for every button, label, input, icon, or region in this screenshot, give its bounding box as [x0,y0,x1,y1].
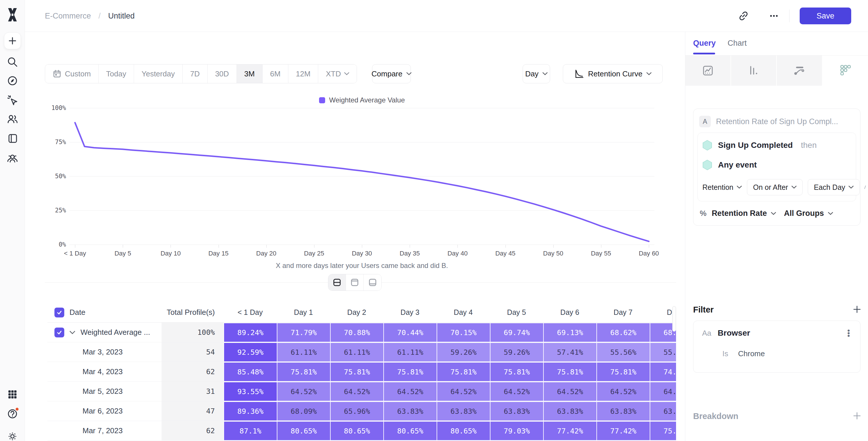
more-options-button[interactable] [766,8,782,24]
range-12m[interactable]: 12M [288,65,318,83]
retention-grid-icon [838,64,852,77]
range-xtd[interactable]: XTD [318,65,357,83]
event-a-name[interactable]: Sign Up Completed [718,140,793,150]
retention-cell: 64.52% [330,382,383,401]
retention-table: DateTotal Profile(s)< 1 DayDay 1Day 2Day… [48,303,676,441]
line-chart-icon [702,64,714,77]
check-icon [57,329,62,335]
search-icon[interactable] [7,56,18,68]
retention-cell: 70.44% [383,323,437,342]
query-definition-card: A Retention Rate of Sign Up Compl... Sig… [693,108,861,226]
layout-chart-and-table-button[interactable] [328,274,346,290]
view-layout-toggle [328,274,381,291]
tab-line-chart[interactable] [685,56,731,86]
notebook-icon[interactable] [7,132,18,144]
apps-grid-icon[interactable] [7,389,18,400]
row-checkbox[interactable] [55,308,64,317]
chart-type-dropdown[interactable]: Retention Curve [563,64,663,83]
on-or-after-dropdown[interactable]: On or After [747,179,803,195]
compare-button[interactable]: Compare [372,64,411,83]
range-label: 7D [190,69,200,78]
y-axis-label: 75% [34,138,66,146]
event-then-label: then [801,140,817,150]
tab-chart[interactable]: Chart [727,39,747,48]
table-row: Mar 3, 20235492.59%61.11%61.11%61.11%59.… [48,342,676,362]
range-6m[interactable]: 6M [262,65,288,83]
event-hexagon-icon [703,159,712,170]
range-30d[interactable]: 30D [208,65,237,83]
kebab-menu-icon[interactable]: ••• [846,329,851,337]
range-7d[interactable]: 7D [183,65,208,83]
measure-dropdown[interactable]: Retention Rate [712,209,767,218]
tab-retention-grid[interactable] [823,56,868,86]
ellipsis-icon [769,11,779,21]
event-row-return[interactable]: Any event [703,159,851,170]
range-label: 12M [296,69,311,78]
left-sidebar [0,0,25,441]
add-filter-button[interactable] [852,305,861,314]
retention-mode-dropdown[interactable]: Retention [703,183,742,192]
cohort-icon[interactable] [7,153,18,164]
breadcrumb-current[interactable]: Untitled [108,11,135,21]
expand-chevron-icon[interactable] [69,331,75,334]
range-custom[interactable]: Custom [45,65,99,83]
range-today[interactable]: Today [99,65,134,83]
table-row: Mar 7, 20236287.1%80.65%80.65%80.65%80.6… [48,421,676,441]
help-button[interactable] [7,408,18,419]
x-axis-label: Day 40 [447,250,468,257]
layout-chart-only-button[interactable] [346,274,364,290]
breadcrumb-parent[interactable]: E-Commerce [45,11,91,21]
query-title-input[interactable]: Retention Rate of Sign Up Compl... [716,117,838,126]
table-scrollbar-thumb[interactable] [672,306,676,332]
event-b-name[interactable]: Any event [718,160,757,169]
retention-cell: 75.81% [543,362,596,381]
retention-cell: 61.11% [330,342,383,362]
chevron-down-icon [737,186,742,189]
range-label: 6M [270,69,281,78]
chart-type-tabs [685,56,868,86]
granularity-dropdown[interactable]: Day [523,64,550,83]
tab-query[interactable]: Query [693,39,716,48]
save-button[interactable]: Save [800,7,851,24]
retention-cell: 87.1% [223,421,277,440]
app-logo-icon[interactable] [6,7,19,22]
breakdown-heading: Breakdown [693,411,738,421]
retention-cell: 71.79% [277,323,330,342]
tab-flow-chart[interactable] [777,56,823,86]
range-label: Yesterday [142,69,175,78]
filter-card[interactable]: Aa Browser ••• Is Chrome [693,321,861,373]
range-yesterday[interactable]: Yesterday [134,65,183,83]
table-row: Mar 5, 20233193.55%64.52%64.52%64.52%64.… [48,382,676,401]
row-checkbox[interactable] [55,327,64,338]
percent-icon: % [700,209,707,218]
copy-link-button[interactable] [736,8,751,24]
retention-cell: 64.52% [277,382,330,401]
layout-table-only-button[interactable] [364,274,381,290]
add-breakdown-button[interactable] [852,411,861,420]
filter-operator[interactable]: Is [722,349,728,358]
x-axis-label: Day 15 [209,250,229,257]
retention-line-series [75,107,649,247]
retention-cell: 92.59% [223,342,277,362]
event-row-first[interactable]: Sign Up Completed then [703,140,851,151]
each-day-dropdown[interactable]: Each Day [808,179,860,195]
total-profiles-cell: 47 [161,401,223,421]
new-report-button[interactable] [4,32,21,49]
day-column-header: Day 7 [596,303,650,322]
row-date: Mar 3, 2023 [83,348,123,356]
day-column-header: Day 4 [437,303,490,322]
filter-property[interactable]: Browser [718,328,750,338]
filter-value[interactable]: Chrome [738,349,765,358]
retention-cell: 63.83% [383,401,437,421]
magic-cursor-icon[interactable] [7,94,18,106]
table-only-icon [368,278,377,287]
range-3m[interactable]: 3M [237,65,262,83]
settings-gear-icon[interactable] [7,431,18,441]
x-axis-label: Day 25 [304,250,324,257]
users-icon[interactable] [7,113,18,125]
compass-icon[interactable] [7,75,18,87]
groups-dropdown[interactable]: All Groups [784,209,824,218]
retention-events-card: Sign Up Completed then Any event Retenti… [698,132,856,201]
tab-bar-chart[interactable] [731,56,777,86]
check-icon [57,310,62,315]
